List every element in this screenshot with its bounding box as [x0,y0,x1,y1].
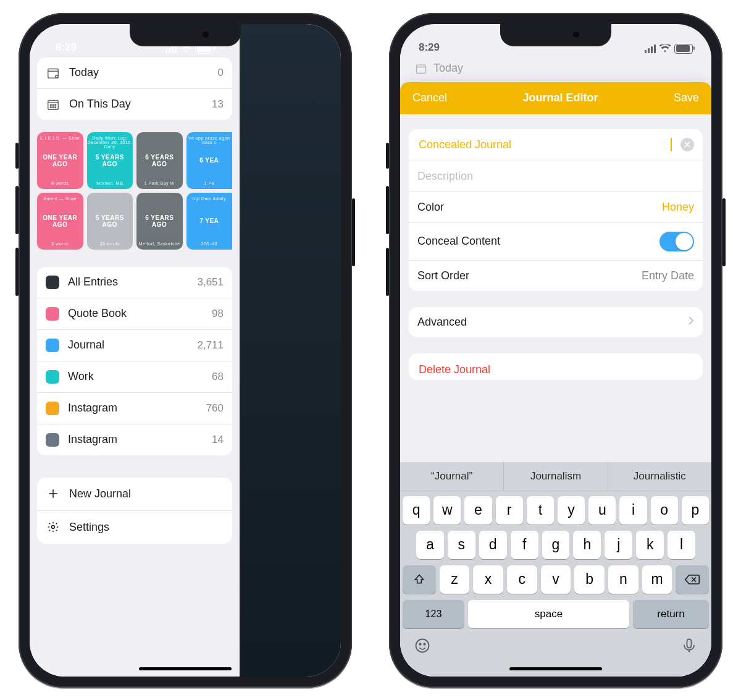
space-key[interactable]: space [468,600,629,628]
memory-tile[interactable]: Ve opp arose agen does c6 YEA1 Pa [186,132,233,189]
delete-key[interactable] [676,565,709,594]
key-c[interactable]: c [507,565,537,594]
journal-row[interactable]: Journal2,711 [37,329,232,361]
key-q[interactable]: q [403,496,430,525]
on-this-day-row[interactable]: On This Day 13 [37,88,232,120]
memory-tile[interactable]: 6 YEARS AGO1 Park Bay W [136,132,183,189]
save-button[interactable]: Save [674,91,699,104]
key-a[interactable]: a [416,531,444,559]
suggestion-1[interactable]: “Journal” [400,462,503,491]
journal-row[interactable]: Quote Book98 [37,298,232,329]
text-caret [671,138,672,151]
numbers-key[interactable]: 123 [403,600,464,628]
key-p[interactable]: p [682,496,709,525]
background-today-row: Today [400,55,711,82]
advanced-row[interactable]: Advanced [409,307,703,337]
cancel-button[interactable]: Cancel [412,91,447,104]
volume-down-button [15,248,19,296]
journal-name: Instagram [68,433,203,446]
emoji-key[interactable] [414,637,431,654]
left-phone-frame: 8:29 Today 0 [19,13,352,688]
sort-order-row[interactable]: Sort Order Entry Date [409,260,703,291]
delete-journal-button[interactable]: Delete Journal [409,353,703,380]
journal-name-field[interactable] [409,129,703,161]
background-dim[interactable] [240,24,341,677]
settings-button[interactable]: Settings [37,510,232,544]
journal-row[interactable]: Instagram14 [37,424,232,455]
cellular-signal-icon [645,44,656,53]
svg-rect-14 [687,639,692,647]
today-row[interactable]: Today 0 [37,57,232,88]
memories-grid[interactable]: E I E I O. — ShaeONE YEAR AGO6 wordsDail… [37,132,232,250]
memory-sub: 200–40 [186,242,233,246]
key-u[interactable]: u [588,496,616,525]
conceal-toggle[interactable] [659,232,694,251]
svg-point-9 [52,526,55,529]
memory-tile[interactable]: Ugl Gam #daily7 YEA200–40 [186,193,233,250]
dictation-key[interactable] [680,637,698,654]
advanced-label: Advanced [417,316,679,329]
journal-row[interactable]: All Entries3,651 [37,267,232,298]
return-key[interactable]: return [633,600,709,628]
wifi-icon [659,44,671,53]
memory-tile[interactable]: 5 YEARS AGO28 words [87,193,133,250]
memory-tile[interactable]: Daily Work Log: December 20, 2016. Daily… [87,132,133,189]
memory-meta: Amen! — Shae [37,196,83,201]
plus-icon [46,487,61,500]
memory-sub: 2 words [37,242,83,246]
home-indicator[interactable] [139,667,232,670]
shift-key[interactable] [403,565,436,594]
key-l[interactable]: l [668,531,695,559]
memory-age: 6 YEARS AGO [139,214,180,228]
key-i[interactable]: i [619,496,647,525]
key-m[interactable]: m [642,565,672,594]
key-r[interactable]: r [496,496,523,525]
key-w[interactable]: w [433,496,461,525]
key-z[interactable]: z [440,565,470,594]
memory-sub: Morden, MB [87,181,133,185]
memory-tile[interactable]: Amen! — ShaeONE YEAR AGO2 words [37,193,83,250]
memory-age: ONE YEAR AGO [40,154,81,167]
color-row[interactable]: Color Honey [409,192,703,222]
journal-row[interactable]: Work68 [37,361,232,392]
right-phone-frame: 8:29 Today Cancel Journal Editor Save [389,13,722,688]
key-x[interactable]: x [473,565,503,594]
key-t[interactable]: t [527,496,554,525]
key-o[interactable]: o [651,496,678,525]
memory-tile[interactable]: E I E I O. — ShaeONE YEAR AGO6 words [37,132,83,189]
key-y[interactable]: y [558,496,585,525]
settings-label: Settings [69,521,224,534]
memory-sub: Melfort, Saskatche [136,242,183,246]
description-field[interactable]: Description [409,161,703,192]
key-h[interactable]: h [573,531,601,559]
key-n[interactable]: n [608,565,638,594]
key-j[interactable]: j [605,531,632,559]
key-s[interactable]: s [448,531,475,559]
key-e[interactable]: e [464,496,492,525]
home-indicator[interactable] [509,667,602,670]
journal-name-input[interactable] [417,138,661,152]
clear-text-button[interactable] [680,138,694,151]
journal-name: Journal [68,339,188,352]
suggestion-2[interactable]: Journalism [503,462,607,491]
svg-point-13 [424,643,425,644]
journal-count: 3,651 [197,276,224,289]
memory-tile[interactable]: 6 YEARS AGOMelfort, Saskatche [136,193,183,250]
memory-age: 5 YEARS AGO [90,154,131,167]
journal-row[interactable]: Instagram760 [37,392,232,424]
key-k[interactable]: k [636,531,664,559]
new-journal-button[interactable]: New Journal [37,478,232,510]
key-f[interactable]: f [511,531,538,559]
conceal-row[interactable]: Conceal Content [409,222,703,260]
editor-header: Cancel Journal Editor Save [400,82,711,114]
editor-title: Journal Editor [522,91,598,104]
suggestion-3[interactable]: Journalistic [608,462,711,491]
memory-age: ONE YEAR AGO [40,214,81,228]
journal-name: Instagram [68,402,198,415]
key-v[interactable]: v [541,565,571,594]
today-count: 0 [218,67,224,79]
battery-icon [674,44,693,54]
key-g[interactable]: g [542,531,570,559]
key-d[interactable]: d [479,531,507,559]
key-b[interactable]: b [574,565,605,594]
